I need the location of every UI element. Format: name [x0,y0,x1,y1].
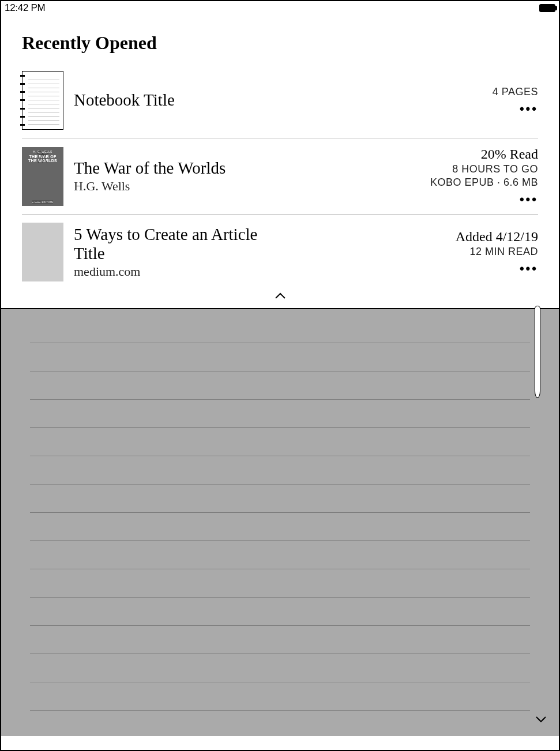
ruled-lines-icon [30,315,530,736]
list-item[interactable]: H. G. WELLS THE WAR OF THE WORLDS a kobo… [22,138,538,215]
cover-edition: a kobo EDITION [32,200,53,204]
item-title: Notebook Title [74,91,482,110]
item-meta-added: Added 4/12/19 [456,229,538,245]
item-meta: 4 PAGES ••• [493,86,538,115]
collapse-panel-button[interactable] [1,290,559,302]
section-title: Recently Opened [1,15,559,63]
item-subtitle: medium.com [74,264,445,279]
more-options-icon[interactable]: ••• [520,103,538,115]
status-bar: 12:42 PM [1,1,559,15]
item-text: The War of the Worlds H.G. Wells [74,159,420,194]
recently-opened-panel: Recently Opened Notebook Title 4 PAGES •… [1,15,559,309]
battery-icon [539,4,555,12]
expand-panel-button[interactable] [535,715,547,726]
notebook-thumbnail-icon [22,71,63,130]
stylus-icon [535,306,540,398]
item-meta-time: 8 HOURS TO GO [452,163,538,175]
item-meta: 20% Read 8 HOURS TO GO KOBO EPUB · 6.6 M… [430,147,538,206]
more-options-icon[interactable]: ••• [520,193,538,206]
notebook-canvas[interactable] [1,309,559,736]
cover-author: H. G. WELLS [28,151,57,153]
recent-list: Notebook Title 4 PAGES ••• H. [1,63,559,290]
item-meta-progress: 20% Read [481,147,538,162]
item-title: 5 Ways to Create an Article Title [74,225,281,264]
item-meta: Added 4/12/19 12 MIN READ ••• [456,229,538,275]
list-item[interactable]: 5 Ways to Create an Article Title medium… [22,215,538,290]
item-text: 5 Ways to Create an Article Title medium… [74,225,445,280]
item-subtitle: H.G. Wells [74,179,420,194]
item-meta-readtime: 12 MIN READ [469,246,538,258]
book-cover-icon: H. G. WELLS THE WAR OF THE WORLDS a kobo… [22,147,63,206]
article-thumbnail-icon [22,223,63,281]
chevron-down-icon [535,715,547,723]
status-time: 12:42 PM [5,2,45,14]
chevron-up-icon [274,292,287,300]
list-item[interactable]: Notebook Title 4 PAGES ••• [22,63,538,138]
item-title: The War of the Worlds [74,159,420,178]
item-text: Notebook Title [74,91,482,110]
more-options-icon[interactable]: ••• [520,262,538,275]
item-meta-pages: 4 PAGES [493,86,538,98]
item-meta-format: KOBO EPUB · 6.6 MB [430,177,538,189]
